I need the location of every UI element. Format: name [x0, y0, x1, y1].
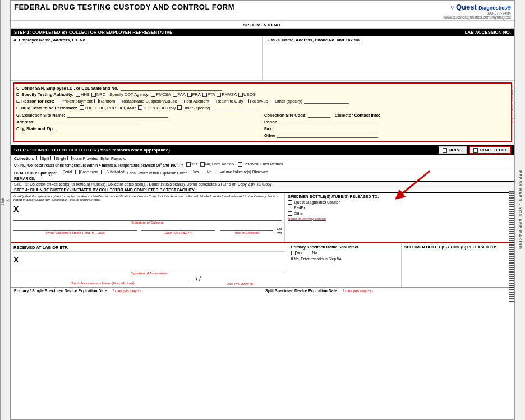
yes-urine-checkbox[interactable]	[186, 162, 191, 167]
cb-nrc: NRC	[91, 92, 105, 97]
nrc-checkbox[interactable]	[91, 93, 96, 97]
phmsa-checkbox[interactable]	[217, 93, 221, 97]
cb-concurrent: Concurrent	[75, 170, 98, 174]
print-name-section: (Print) Collector's Name (First, MI, Las…	[13, 225, 137, 234]
split-device-col: Split Specimen Device Expiration Date: /…	[265, 289, 511, 293]
other-contact-label: Other	[264, 133, 275, 138]
section-f-label: F. Drug Tests to be Performed:	[16, 105, 77, 110]
thc-coc-checkbox[interactable]	[80, 105, 84, 110]
none-provided-checkbox[interactable]	[67, 156, 72, 160]
hhs-checkbox[interactable]	[76, 93, 80, 97]
other-f-checkbox[interactable]	[177, 105, 182, 110]
volume-indicator-checkbox[interactable]	[215, 170, 219, 174]
barcode-strip	[509, 191, 514, 303]
cb-split: Split	[36, 156, 49, 160]
cb-single: Single	[50, 156, 66, 160]
cb-preemployment: Pre-employment	[57, 99, 93, 104]
return-to-duty-checkbox[interactable]	[211, 99, 215, 103]
cb-fta: FTA	[202, 92, 215, 97]
step2-label: STEP 2: COMPLETED BY COLLECTOR (make rem…	[14, 147, 170, 153]
cb-no-urine: No, Enter Remark	[200, 162, 234, 167]
single-checkbox[interactable]	[50, 156, 55, 160]
row-c: C. Donor SSN, Employee I.D., or CDL Stat…	[16, 85, 509, 91]
preemployment-checkbox[interactable]	[57, 99, 61, 103]
urine-checkbox[interactable]	[443, 148, 447, 153]
phone-field[interactable]	[279, 119, 380, 124]
thc-coc-only-checkbox[interactable]	[138, 105, 142, 110]
other-f-field[interactable]	[212, 105, 257, 110]
yes-label: Yes	[296, 251, 302, 255]
date-line[interactable]	[141, 225, 215, 231]
print-accessioner-line[interactable]	[13, 276, 191, 281]
fedex-checkbox[interactable]	[288, 206, 292, 210]
other-courier-checkbox[interactable]	[288, 211, 292, 216]
quest-courier-label: Quest Diagnostics Courier	[294, 200, 340, 204]
observed-checkbox[interactable]	[238, 162, 242, 167]
collection-section: G. Collection Site Name: Address: City, …	[16, 112, 509, 139]
serial-checkbox[interactable]	[58, 170, 62, 174]
time-line[interactable]	[220, 225, 273, 231]
post-accident-checkbox[interactable]	[179, 99, 183, 103]
other-contact-field[interactable]	[277, 132, 378, 138]
cb-none-provided: None Provided, Enter Remark.	[67, 156, 126, 160]
stub-right: PRESS HARD - YOU ARE MAKING	[515, 0, 525, 420]
stub-left: Stub ✂	[0, 0, 10, 420]
split-checkbox[interactable]	[36, 156, 41, 160]
col-b: B. MRO Name, Address, Phone No. and Fax …	[263, 36, 515, 80]
specimen-bottles-released-label: SPECIMEN BOTTLE(S) / TUBE(S) RELEASED TO…	[404, 245, 512, 249]
follow-up-checkbox[interactable]	[245, 99, 249, 103]
oral-fluid-checkbox[interactable]	[473, 148, 478, 153]
uscg-checkbox[interactable]	[238, 93, 243, 97]
section-f-checkboxes: THC, COC, PCP, OPI, AMP THC & COC Only O…	[80, 105, 257, 110]
section-c-field[interactable]	[121, 85, 222, 91]
fta-checkbox[interactable]	[202, 93, 207, 97]
fax-field[interactable]	[273, 126, 374, 131]
cb-reasonable-suspicion: Reasonable Suspicion/Cause	[117, 99, 177, 104]
collection-label: Collection:	[14, 156, 34, 160]
random-checkbox[interactable]	[94, 99, 99, 103]
if-no-label: If No, Enter remarks in Step 5A.	[291, 257, 398, 261]
reasonable-suspicion-checkbox[interactable]	[117, 99, 121, 103]
other-e-checkbox[interactable]	[270, 99, 274, 103]
address-field[interactable]	[37, 119, 138, 124]
fmcsa-checkbox[interactable]	[151, 93, 155, 97]
no-oral-checkbox[interactable]	[202, 170, 206, 174]
yes-oral-checkbox[interactable]	[188, 170, 192, 174]
subdivided-checkbox[interactable]	[101, 170, 105, 174]
no-bottle-checkbox[interactable]	[307, 251, 311, 255]
yes-bottle-checkbox[interactable]	[291, 251, 296, 255]
stub-right-press-label: PRESS HARD - YOU ARE MAKING	[518, 170, 522, 250]
oral-fluid-box: ORAL FLUID	[469, 146, 511, 154]
phone-label: Phone	[264, 119, 277, 124]
main-form: FEDERAL DRUG TESTING CUSTODY AND CONTROL…	[10, 0, 515, 420]
date-label: Date (Mo./Day/Yr.)	[141, 231, 215, 234]
fra-checkbox[interactable]	[187, 93, 192, 97]
city-field[interactable]	[56, 126, 157, 131]
collection-site-code-field[interactable]	[308, 112, 330, 118]
cb-phmsa: PHMSA	[217, 92, 237, 97]
row-address: Address:	[16, 119, 261, 124]
cb-subdivided: Subdivided	[101, 170, 124, 174]
print-name-line[interactable]	[13, 225, 137, 231]
cb-return-to-duty: Return to Duty	[211, 99, 243, 104]
other-e-field[interactable]	[304, 98, 349, 104]
collector-contact-label: Collector Contact Info:	[335, 113, 380, 118]
date-row: (Print) Collector's Name (First, MI, Las…	[13, 225, 282, 234]
date-section2: / / Date (Mo./Day/Yr.)	[196, 276, 285, 285]
collection-row: Collection: Split Single None Provided, …	[11, 155, 514, 161]
concurrent-checkbox[interactable]	[75, 170, 80, 174]
form-title: FEDERAL DRUG TESTING CUSTODY AND CONTROL…	[14, 3, 234, 11]
urine-box: URINE	[439, 146, 467, 154]
urine-label: URINE	[449, 147, 463, 153]
collection-left: G. Collection Site Name: Address: City, …	[16, 112, 261, 139]
fax-row: Fax	[264, 126, 509, 131]
certification-section: I certify that the specimen given to me …	[11, 193, 514, 243]
faa-checkbox[interactable]	[173, 93, 177, 97]
section-g-field[interactable]	[67, 112, 168, 118]
date-section: Date (Mo./Day/Yr.)	[141, 225, 215, 234]
specimen-id-label: SPECIMEN ID NO.	[243, 22, 282, 27]
quest-courier-checkbox[interactable]	[288, 200, 292, 205]
no-urine-checkbox[interactable]	[200, 162, 205, 167]
quest-phone: 800-877-7484	[443, 11, 511, 15]
step3-label: STEP 3: Collector affixes seal(s) to bot…	[14, 182, 271, 186]
